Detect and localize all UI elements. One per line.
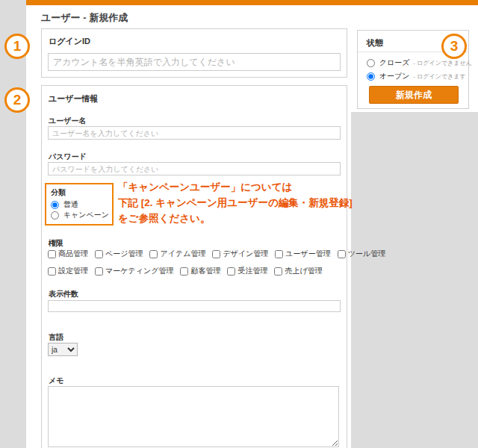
status-radio-open[interactable] [367, 72, 375, 81]
permission-checkbox[interactable] [149, 250, 158, 258]
permission-checkbox[interactable] [48, 267, 56, 276]
page-title: ユーザー - 新規作成 [41, 11, 128, 25]
campaign-note-line-2: 下記 [2. キャンペーン用ユーザーの編集・新規登録] [118, 195, 353, 211]
username-label: ユーザー名 [49, 116, 86, 126]
create-button[interactable]: 新規作成 [369, 86, 459, 104]
category-option-normal[interactable]: 普通 [51, 199, 108, 210]
permission-checkbox[interactable] [274, 267, 282, 276]
display-count-input[interactable] [48, 300, 341, 312]
permission-checkbox[interactable] [95, 267, 103, 276]
user-info-title: ユーザー情報 [49, 93, 99, 105]
permission-label: 売上げ管理 [285, 267, 322, 275]
permission-checkbox[interactable] [180, 267, 188, 276]
status-title: 状態 [367, 37, 383, 49]
category-option-normal-label: 普通 [63, 200, 78, 208]
campaign-note-line-1: 「キャンペーンユーザー」については [118, 179, 353, 195]
campaign-note-line-3: をご参照ください。 [118, 211, 353, 226]
permission-item[interactable]: 受注管理 [227, 266, 267, 276]
memo-textarea[interactable] [48, 386, 339, 447]
permission-item[interactable]: ツール管理 [338, 249, 385, 259]
permission-label: 設定管理 [58, 267, 88, 275]
permission-item[interactable]: 商品管理 [48, 249, 88, 259]
user-info-section: ユーザー情報 ユーザー名 パスワード 分類 普通 キャンペーン 権限 商品管理 … [41, 85, 347, 448]
password-label: パスワード [49, 152, 87, 162]
permission-label: ツール管理 [348, 249, 385, 258]
permission-label: ユーザー管理 [285, 249, 330, 258]
status-option-close-note: - ログインできません [413, 60, 472, 66]
annotation-badge-2: 2 [4, 87, 30, 113]
permission-label: アイテム管理 [160, 249, 205, 258]
permission-label: 顧客管理 [190, 267, 220, 275]
permission-checkbox[interactable] [227, 267, 235, 276]
permission-label: ページ管理 [105, 249, 143, 258]
login-id-input[interactable] [48, 53, 341, 71]
permission-checkbox[interactable] [275, 250, 283, 258]
top-accent-bar [26, 0, 478, 5]
category-label: 分類 [51, 187, 108, 198]
permission-checkbox[interactable] [338, 250, 346, 258]
permission-label: 商品管理 [58, 249, 88, 258]
permission-checkbox[interactable] [212, 250, 220, 258]
status-option-close[interactable]: クローズ - ログインできません [367, 57, 472, 69]
language-select[interactable]: ja [48, 343, 78, 356]
permission-item[interactable]: ユーザー管理 [275, 249, 330, 259]
password-input[interactable] [48, 162, 341, 175]
category-highlight-box: 分類 普通 キャンペーン [45, 183, 114, 225]
status-option-open[interactable]: オープン - ログインできます [367, 71, 466, 82]
permission-item[interactable]: マーケティング管理 [95, 266, 173, 276]
permission-checkbox[interactable] [48, 250, 56, 258]
permission-label: デザイン管理 [223, 249, 268, 258]
status-option-open-note: - ログインできます [413, 73, 465, 80]
category-radio-normal[interactable] [51, 201, 59, 209]
permission-item[interactable]: 顧客管理 [180, 266, 220, 276]
status-radio-close[interactable] [367, 59, 375, 67]
annotation-badge-1: 1 [4, 34, 30, 59]
permission-item[interactable]: ページ管理 [95, 249, 143, 259]
campaign-note: 「キャンペーンユーザー」については 下記 [2. キャンペーン用ユーザーの編集・… [118, 179, 353, 226]
permissions-label: 権限 [49, 238, 63, 249]
permission-item[interactable]: 設定管理 [48, 266, 88, 276]
permission-item[interactable]: デザイン管理 [212, 249, 268, 259]
login-id-label: ログインID [49, 36, 90, 47]
permission-label: 受注管理 [238, 267, 267, 275]
username-input[interactable] [48, 126, 341, 140]
memo-label: メモ [49, 376, 63, 386]
permission-checkbox[interactable] [95, 250, 103, 258]
permission-item[interactable]: アイテム管理 [149, 249, 205, 259]
category-radio-campaign[interactable] [51, 211, 59, 220]
permissions-row-1: 商品管理 ページ管理 アイテム管理 デザイン管理 ユーザー管理 ツール管理 [48, 249, 344, 259]
display-count-label: 表示件数 [49, 289, 78, 299]
status-option-open-label: オープン [379, 72, 410, 80]
permission-label: マーケティング管理 [105, 267, 173, 275]
category-option-campaign-label: キャンペーン [63, 211, 109, 219]
permissions-row-2: 設定管理 マーケティング管理 顧客管理 受注管理 売上げ管理 [48, 266, 344, 276]
permission-item[interactable]: 売上げ管理 [274, 266, 322, 276]
language-label: 言語 [49, 332, 63, 343]
annotation-badge-3: 3 [441, 34, 467, 59]
status-option-close-label: クローズ [379, 58, 410, 66]
category-option-campaign[interactable]: キャンペーン [51, 210, 108, 220]
login-id-section: ログインID [41, 28, 347, 78]
